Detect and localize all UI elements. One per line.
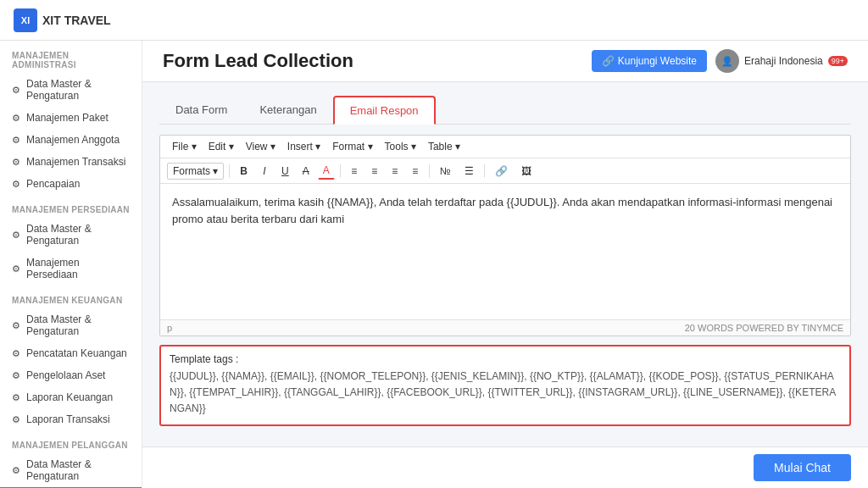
sidebar-item-data-master-&-pengaturan[interactable]: ⚙Data Master & Pengaturan: [0, 453, 142, 487]
sidebar-item-label: Laporan Transaksi: [26, 413, 110, 425]
gear-icon: ⚙: [12, 85, 20, 96]
sidebar-item-label: Manajemen Anggota: [26, 134, 120, 146]
user-name: Erahaji Indonesia: [744, 55, 823, 67]
bottom-bar: Mulai Chat: [142, 446, 868, 488]
sidebar-item-label: Data Master & Pengaturan: [26, 78, 130, 102]
sidebar-item-pengelolaan-aset[interactable]: ⚙Pengelolaan Aset: [0, 364, 142, 386]
sidebar-section-title: MANAJEMEN PELANGGAN: [0, 430, 142, 453]
logo-area: XI XIT TRAVEL: [14, 8, 111, 32]
template-tags-box: Template tags : {{JUDUL}}, {{NAMA}}, {{E…: [159, 345, 851, 426]
sidebar-item-data-master-&-pengaturan[interactable]: ⚙Data Master & Pengaturan: [0, 308, 142, 342]
sidebar-item-label: Laporan Keuangan: [26, 391, 113, 403]
menu-format[interactable]: Format ▾: [327, 139, 377, 154]
sidebar-item-data-master-&-pengaturan[interactable]: ⚙Data Master & Pengaturan: [0, 73, 142, 107]
editor-tag-label: p: [167, 323, 172, 333]
strikethrough-button[interactable]: A: [298, 163, 314, 180]
editor-format-bar: Formats ▾ B I U A A ≡ ≡ ≡ ≡ № ☰ 🔗: [160, 158, 850, 184]
editor-word-count: 20 WORDS POWERED BY TINYMCE: [685, 323, 843, 333]
sidebar-item-label: Pencapaian: [26, 178, 80, 190]
align-justify-button[interactable]: ≡: [407, 163, 424, 180]
page-header: Form Lead Collection 🔗 Kunjungi Website …: [142, 41, 868, 82]
sidebar-item-label: Manajemen Paket: [26, 112, 108, 124]
template-tags-content: {{JUDUL}}, {{NAMA}}, {{EMAIL}}, {{NOMOR_…: [170, 369, 841, 418]
gear-icon: ⚙: [12, 370, 20, 381]
align-right-button[interactable]: ≡: [387, 163, 403, 180]
underline-button[interactable]: U: [276, 163, 294, 180]
formats-dropdown[interactable]: Formats ▾: [167, 163, 224, 180]
gear-icon: ⚙: [12, 263, 20, 274]
sidebar-item-label: Manajemen Persediaan: [26, 257, 130, 280]
sidebar-section-title: MANAJEMEN PERSEDIAAN: [0, 195, 142, 218]
logo-text: XIT TRAVEL: [42, 14, 111, 27]
sidebar-section-title: MANAJEMEN ADMINISTRASI: [0, 41, 142, 73]
menu-tools[interactable]: Tools ▾: [380, 139, 421, 154]
sidebar: MANAJEMEN ADMINISTRASI⚙Data Master & Pen…: [0, 41, 142, 488]
gear-icon: ⚙: [12, 179, 20, 190]
sidebar-item-laporan-transaksi[interactable]: ⚙Laporan Transaksi: [0, 408, 142, 430]
sidebar-item-laporan-keuangan[interactable]: ⚙Laporan Keuangan: [0, 386, 142, 408]
font-color-button[interactable]: A: [318, 162, 335, 180]
bold-button[interactable]: B: [235, 163, 253, 180]
sidebar-item-label: Data Master & Pengaturan: [26, 313, 130, 337]
content-area: Data Form Keterangan Email Respon File ▾…: [142, 82, 868, 446]
menu-table[interactable]: Table ▾: [423, 139, 465, 154]
tab-data-form[interactable]: Data Form: [159, 96, 243, 125]
menu-insert[interactable]: Insert ▾: [282, 139, 326, 154]
sidebar-item-manajemen-anggota[interactable]: ⚙Manajemen Anggota: [0, 129, 142, 151]
sidebar-item-manajemen-persediaan[interactable]: ⚙Manajemen Persediaan: [0, 252, 142, 286]
align-center-button[interactable]: ≡: [366, 163, 383, 180]
tabs-bar: Data Form Keterangan Email Respon: [159, 96, 851, 125]
unordered-list-button[interactable]: ☰: [459, 163, 479, 180]
separator-3: [429, 164, 430, 178]
sidebar-item-manajemen-paket[interactable]: ⚙Manajemen Paket: [0, 107, 142, 129]
tab-email-respon[interactable]: Email Respon: [333, 96, 436, 125]
italic-button[interactable]: I: [256, 163, 273, 180]
gear-icon: ⚙: [12, 135, 20, 146]
gear-icon: ⚙: [12, 348, 20, 359]
chat-button[interactable]: Mulai Chat: [754, 454, 851, 481]
menu-file[interactable]: File ▾: [167, 139, 202, 154]
visit-website-button[interactable]: 🔗 Kunjungi Website: [592, 50, 707, 72]
gear-icon: ⚙: [12, 320, 20, 331]
editor-status-bar: p 20 WORDS POWERED BY TINYMCE: [160, 319, 850, 336]
editor-wrapper: File ▾ Edit ▾ View ▾ Insert ▾ Format ▾ T…: [159, 135, 851, 336]
sidebar-item-pencatatan-keuangan[interactable]: ⚙Pencatatan Keuangan: [0, 342, 142, 364]
sidebar-item-manajemen-transaksi[interactable]: ⚙Manajemen Transaksi: [0, 151, 142, 173]
main-content: Form Lead Collection 🔗 Kunjungi Website …: [142, 41, 868, 488]
link-button[interactable]: 🔗: [490, 163, 513, 180]
gear-icon: ⚙: [12, 157, 20, 168]
separator-2: [340, 164, 341, 178]
top-header: XI XIT TRAVEL: [0, 0, 868, 41]
sidebar-item-data-master-&-pengaturan[interactable]: ⚙Data Master & Pengaturan: [0, 218, 142, 252]
sidebar-item-label: Manajemen Transaksi: [26, 156, 125, 168]
avatar: 👤: [715, 49, 739, 73]
align-left-button[interactable]: ≡: [346, 163, 363, 180]
gear-icon: ⚙: [12, 113, 20, 124]
header-right: 🔗 Kunjungi Website 👤 Erahaji Indonesia 9…: [592, 49, 848, 73]
user-info: 👤 Erahaji Indonesia 99+: [715, 49, 848, 73]
sidebar-item-label: Data Master & Pengaturan: [26, 223, 130, 247]
sidebar-section-title: MANAJEMEN KEUANGAN: [0, 286, 142, 308]
tab-keterangan[interactable]: Keterangan: [243, 96, 332, 125]
page-title: Form Lead Collection: [163, 50, 353, 72]
ordered-list-button[interactable]: №: [435, 163, 456, 180]
image-button[interactable]: 🖼: [516, 163, 537, 180]
notification-badge: 99+: [828, 56, 848, 66]
gear-icon: ⚙: [12, 414, 20, 425]
menu-view[interactable]: View ▾: [241, 139, 281, 154]
gear-icon: ⚙: [12, 465, 20, 476]
sidebar-item-label: Data Master & Pengaturan: [26, 458, 130, 482]
separator-1: [229, 164, 230, 178]
editor-body[interactable]: Assalamualaikum, terima kasih {{NAMA}}, …: [160, 184, 850, 319]
gear-icon: ⚙: [12, 230, 20, 241]
editor-menu-bar: File ▾ Edit ▾ View ▾ Insert ▾ Format ▾ T…: [160, 136, 850, 158]
template-tags-label: Template tags :: [170, 353, 841, 365]
sidebar-item-label: Pencatatan Keuangan: [26, 347, 127, 359]
sidebar-item-pencapaian[interactable]: ⚙Pencapaian: [0, 173, 142, 195]
gear-icon: ⚙: [12, 392, 20, 403]
separator-4: [484, 164, 485, 178]
logo-icon: XI: [14, 8, 37, 32]
sidebar-item-label: Pengelolaan Aset: [26, 369, 105, 381]
menu-edit[interactable]: Edit ▾: [203, 139, 239, 154]
